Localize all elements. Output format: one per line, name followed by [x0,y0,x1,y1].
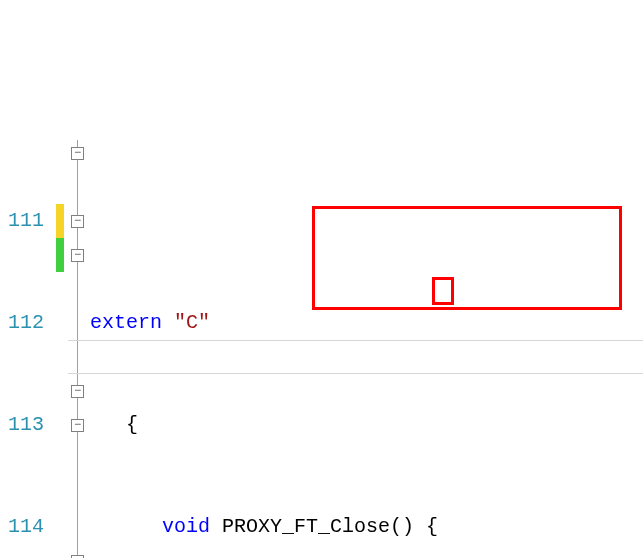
line-number: 111 [0,204,44,238]
line-number: 114 [0,510,44,544]
code-line[interactable]: extern "C" [90,306,643,340]
annotation-box-outer [312,206,622,310]
fold-toggle[interactable]: − [71,215,84,228]
fold-toggle[interactable]: − [71,147,84,160]
fold-toggle[interactable]: − [71,249,84,262]
fold-column: − − − − − − − [68,136,90,558]
change-markers [56,136,68,558]
change-marker-modified [56,204,64,238]
keyword-void: void [162,515,210,538]
current-line-highlight [68,340,643,374]
code-line[interactable]: { [90,408,643,442]
code-editor[interactable]: 111 112 113 114 115 116 117 118 119 120 … [0,136,643,558]
string-literal: "C" [162,311,210,334]
keyword-extern: extern [90,311,162,334]
change-marker-saved [56,238,64,272]
fold-toggle[interactable]: − [71,419,84,432]
fold-toggle[interactable]: − [71,385,84,398]
annotation-box-inner [432,277,454,305]
fold-guide-line [77,140,78,558]
code-line[interactable]: void PROXY_FT_Close() { [90,510,643,544]
code-area[interactable]: extern "C" { void PROXY_FT_Close() { __a… [90,136,643,558]
line-number: 112 [0,306,44,340]
line-number-gutter: 111 112 113 114 115 116 117 118 119 120 … [0,136,56,558]
line-number: 113 [0,408,44,442]
